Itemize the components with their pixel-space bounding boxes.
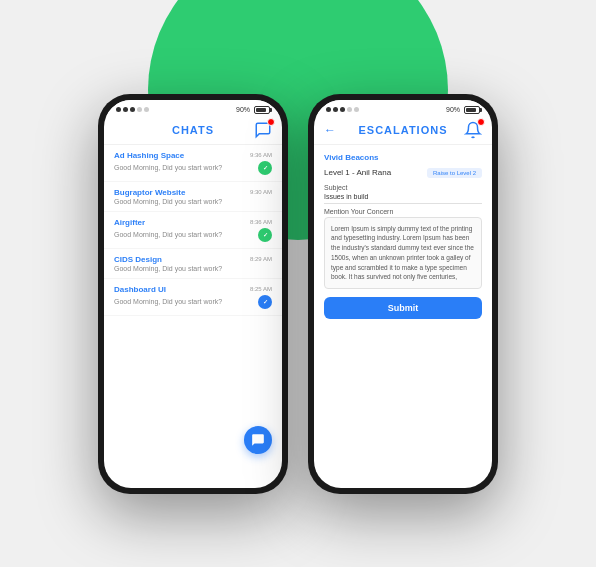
status-right-1: 90%: [236, 106, 270, 114]
back-button[interactable]: ←: [324, 123, 336, 137]
status-indicator: ✓: [258, 161, 272, 175]
escalation-body: Vivid Beacons Level 1 - Anil Rana Raise …: [314, 145, 492, 488]
chat-time: 9:36 AM: [250, 152, 272, 158]
escalations-header: ← ESCALATIONS: [314, 116, 492, 145]
dot-2: [123, 107, 128, 112]
level-text: Level 1 - Anil Rana: [324, 168, 391, 177]
signal-dots-2: [326, 107, 359, 112]
compose-icon: [251, 433, 265, 447]
chat-preview: Good Morning, Did you start work?: [114, 265, 222, 272]
status-bar-1: 90%: [104, 100, 282, 116]
chat-item[interactable]: Dashboard UI 8:25 AM Good Morning, Did y…: [104, 279, 282, 316]
chat-preview: Good Morning, Did you start work?: [114, 198, 222, 205]
escalations-title: ESCALATIONS: [358, 124, 447, 136]
battery-fill-2: [466, 108, 476, 112]
chat-preview: Good Morning, Did you start work?: [114, 164, 222, 171]
phone-escalations: 90% ← ESCALATIONS: [308, 94, 498, 494]
chat-badge: [267, 118, 275, 126]
dot-4: [347, 107, 352, 112]
raise-level-button[interactable]: Raise to Level 2: [427, 168, 482, 178]
chat-item[interactable]: Airgifter 8:36 AM Good Morning, Did you …: [104, 212, 282, 249]
phone-chats: 90% CHATS: [98, 94, 288, 494]
chat-time: 9:30 AM: [250, 189, 272, 195]
subject-value: Issues in build: [324, 193, 482, 204]
chat-time: 8:36 AM: [250, 219, 272, 225]
escalation-notification-icon[interactable]: [464, 121, 482, 139]
chat-name: Dashboard UI: [114, 285, 166, 294]
signal-dots: [116, 107, 149, 112]
chats-title: CHATS: [172, 124, 214, 136]
status-right-2: 90%: [446, 106, 480, 114]
dot-5: [354, 107, 359, 112]
dot-1: [326, 107, 331, 112]
concern-label: Mention Your Concern: [324, 208, 482, 215]
chat-item[interactable]: Ad Hashing Space 9:36 AM Good Morning, D…: [104, 145, 282, 182]
chat-item[interactable]: CIDS Design 8:29 AM Good Morning, Did yo…: [104, 249, 282, 279]
chat-time: 8:29 AM: [250, 256, 272, 262]
subject-label: Subject: [324, 184, 482, 191]
battery-icon-1: [254, 106, 270, 114]
status-indicator: ✓: [258, 228, 272, 242]
battery-fill-1: [256, 108, 266, 112]
chat-name: CIDS Design: [114, 255, 162, 264]
compose-fab[interactable]: [244, 426, 272, 454]
chat-notification-icon[interactable]: [254, 121, 272, 139]
dot-2: [333, 107, 338, 112]
vivid-beacons-label: Vivid Beacons: [324, 153, 482, 162]
chat-item[interactable]: Bugraptor Website 9:30 AM Good Morning, …: [104, 182, 282, 212]
chat-time: 8:25 AM: [250, 286, 272, 292]
submit-button[interactable]: Submit: [324, 297, 482, 319]
concern-text[interactable]: Lorem Ipsum is simply dummy text of the …: [324, 217, 482, 290]
level-row: Level 1 - Anil Rana Raise to Level 2: [324, 168, 482, 178]
chats-header: CHATS: [104, 116, 282, 145]
dot-5: [144, 107, 149, 112]
battery-percent-1: 90%: [236, 106, 250, 113]
dot-4: [137, 107, 142, 112]
chat-preview: Good Morning, Did you start work?: [114, 298, 222, 305]
chat-preview: Good Morning, Did you start work?: [114, 231, 222, 238]
phones-container: 90% CHATS: [98, 94, 498, 494]
battery-percent-2: 90%: [446, 106, 460, 113]
status-indicator: ✓: [258, 295, 272, 309]
battery-icon-2: [464, 106, 480, 114]
dot-1: [116, 107, 121, 112]
chat-name: Bugraptor Website: [114, 188, 185, 197]
status-bar-2: 90%: [314, 100, 492, 116]
dot-3: [340, 107, 345, 112]
chat-name: Ad Hashing Space: [114, 151, 184, 160]
chat-name: Airgifter: [114, 218, 145, 227]
dot-3: [130, 107, 135, 112]
escalation-badge: [477, 118, 485, 126]
